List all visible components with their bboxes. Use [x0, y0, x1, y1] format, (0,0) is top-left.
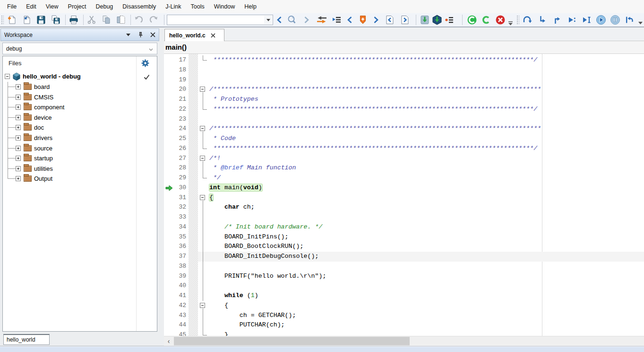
tree-item-utilities[interactable]: utilities — [3, 164, 157, 174]
code-line-30[interactable]: 30int main(void) — [164, 183, 644, 193]
gutter[interactable] — [164, 212, 175, 222]
code-line-26[interactable]: 26 *************************************… — [164, 144, 644, 154]
gutter[interactable] — [164, 114, 175, 124]
tree-item-component[interactable]: component — [3, 102, 157, 113]
tree-item-drivers[interactable]: drivers — [3, 133, 157, 143]
expand-icon[interactable] — [16, 105, 21, 110]
code-line-42[interactable]: 42 { — [164, 301, 644, 311]
fold-margin[interactable] — [198, 154, 208, 164]
code-line-32[interactable]: 32 char ch; — [164, 202, 644, 212]
fold-margin[interactable] — [198, 272, 208, 282]
fold-collapse-icon[interactable] — [200, 87, 205, 92]
fold-margin[interactable] — [198, 75, 208, 85]
code-line-25[interactable]: 25 * Code — [164, 134, 644, 144]
tree-item-source[interactable]: source — [3, 143, 157, 154]
gutter[interactable] — [164, 252, 175, 262]
next-statement-button[interactable] — [566, 14, 579, 26]
run-to-cursor-button[interactable] — [580, 14, 593, 26]
menu-j-link[interactable]: J-Link — [161, 0, 186, 13]
code-line-31[interactable]: 31{ — [164, 193, 644, 203]
break-button[interactable] — [609, 14, 622, 26]
menu-debug[interactable]: Debug — [91, 0, 118, 13]
gutter[interactable] — [164, 75, 175, 85]
fold-margin[interactable] — [198, 301, 208, 311]
fold-margin[interactable] — [198, 262, 208, 272]
workspace-menu-icon[interactable] — [122, 30, 134, 40]
code-line-28[interactable]: 28 * @brief Main function — [164, 163, 644, 173]
menu-project[interactable]: Project — [63, 0, 91, 13]
copy-button[interactable] — [100, 14, 112, 26]
tree-item-CMSIS[interactable]: CMSIS — [3, 92, 157, 103]
compile-button[interactable] — [480, 14, 492, 26]
fold-margin[interactable] — [198, 105, 208, 114]
tree-item-doc[interactable]: doc — [3, 123, 157, 133]
code-line-17[interactable]: 17 *************************************… — [164, 55, 644, 65]
code-line-44[interactable]: 44 PUTCHAR(ch); — [164, 320, 644, 330]
collapse-icon[interactable] — [5, 74, 10, 79]
tree-item-device[interactable]: device — [3, 113, 157, 123]
menu-window[interactable]: Window — [209, 0, 240, 13]
toggle-bookmark-button[interactable] — [357, 14, 369, 26]
fold-collapse-icon[interactable] — [200, 195, 205, 200]
find-combo-dropdown[interactable] — [264, 16, 272, 24]
expand-icon[interactable] — [16, 156, 21, 161]
reset-button[interactable] — [623, 14, 636, 26]
function-breadcrumb[interactable]: main() — [164, 41, 644, 53]
expand-icon[interactable] — [16, 135, 21, 141]
fold-margin[interactable] — [198, 65, 208, 75]
fold-margin[interactable] — [198, 114, 208, 124]
stop-build-button[interactable] — [494, 14, 507, 26]
gutter[interactable] — [164, 183, 175, 193]
fold-margin[interactable] — [198, 252, 208, 262]
cut-button[interactable] — [86, 14, 98, 26]
code-area[interactable]: 17 *************************************… — [164, 54, 644, 336]
fold-margin[interactable] — [198, 144, 208, 154]
code-line-40[interactable]: 40 — [164, 281, 644, 291]
code-line-41[interactable]: 41 while (1) — [164, 291, 644, 301]
fold-margin[interactable] — [198, 173, 208, 183]
code-line-29[interactable]: 29 */ — [164, 173, 644, 183]
next-location-button[interactable] — [399, 14, 411, 26]
fold-margin[interactable] — [198, 232, 208, 242]
expand-icon[interactable] — [16, 95, 21, 100]
print-button[interactable] — [68, 14, 80, 26]
navigate-swap-button[interactable] — [315, 14, 329, 26]
gutter[interactable] — [164, 134, 175, 144]
gutter[interactable] — [164, 272, 175, 282]
code-line-27[interactable]: 27/*! — [164, 154, 644, 164]
code-line-38[interactable]: 38 — [164, 262, 644, 272]
fold-margin[interactable] — [198, 330, 208, 336]
expand-icon[interactable] — [16, 84, 21, 89]
close-icon[interactable] — [146, 30, 159, 40]
gutter[interactable] — [164, 105, 175, 114]
paste-button[interactable] — [115, 14, 127, 26]
menu-file[interactable]: File — [2, 0, 21, 13]
gutter[interactable] — [164, 65, 175, 75]
gutter[interactable] — [164, 291, 175, 301]
gutter[interactable] — [164, 173, 175, 183]
code-line-36[interactable]: 36 BOARD_BootClockRUN(); — [164, 242, 644, 252]
fold-margin[interactable] — [198, 202, 208, 212]
step-over-button[interactable] — [521, 14, 535, 26]
menu-view[interactable]: View — [41, 0, 63, 13]
gutter[interactable] — [164, 301, 175, 311]
menu-help[interactable]: Help — [240, 0, 261, 13]
fold-margin[interactable] — [198, 222, 208, 232]
tree-item-board[interactable]: board — [3, 82, 157, 92]
expand-icon[interactable] — [16, 125, 21, 130]
horizontal-scrollbar[interactable]: ‹ — [164, 336, 644, 345]
find-button[interactable] — [285, 14, 299, 26]
fold-collapse-icon[interactable] — [200, 126, 205, 131]
gutter[interactable] — [164, 193, 175, 203]
configuration-dropdown[interactable]: debug — [2, 43, 157, 54]
gutter[interactable] — [164, 202, 175, 212]
find-combo[interactable] — [167, 15, 273, 25]
open-file-button[interactable] — [20, 14, 33, 26]
code-line-20[interactable]: 20/*************************************… — [164, 85, 644, 95]
fold-margin[interactable] — [198, 193, 208, 203]
code-line-43[interactable]: 43 ch = GETCHAR(); — [164, 311, 644, 321]
editor-tab[interactable]: hello_world.c — [164, 29, 224, 41]
gutter[interactable] — [164, 320, 175, 330]
gutter[interactable] — [164, 242, 175, 252]
expand-icon[interactable] — [16, 166, 21, 171]
